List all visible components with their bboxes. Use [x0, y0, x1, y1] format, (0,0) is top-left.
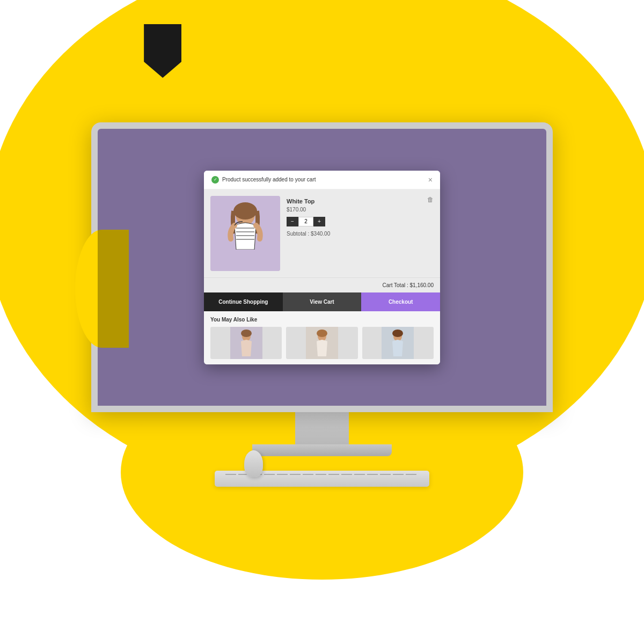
success-text: Product successfully added to your cart: [222, 177, 316, 182]
subtotal-label: Subtotal :: [287, 231, 309, 237]
product-image-svg: [210, 196, 280, 271]
qty-decrease-button[interactable]: −: [287, 217, 298, 226]
keyboard-area: [215, 463, 429, 487]
subtotal-value: $340.00: [311, 231, 330, 237]
product-price: $170.00: [287, 207, 434, 213]
monitor-wrapper: WooCommerce Cart HOME SHOP DEMOS TEMPLAT…: [91, 122, 553, 487]
also-like-image-3: [382, 327, 414, 359]
delete-icon[interactable]: 🗑: [427, 196, 434, 203]
also-like-section: You May Also Like: [204, 311, 440, 364]
qty-increase-button[interactable]: +: [313, 217, 325, 226]
svg-point-13: [392, 330, 403, 337]
mouse: [244, 450, 263, 477]
popup-overlay: ✓ Product successfully added to your car…: [98, 129, 546, 406]
popup-header: ✓ Product successfully added to your car…: [204, 171, 440, 189]
popup-close-button[interactable]: ×: [428, 176, 433, 184]
also-like-image-1: [230, 327, 262, 359]
continue-shopping-button[interactable]: Continue Shopping: [204, 292, 283, 311]
success-icon: ✓: [211, 176, 219, 184]
success-message: ✓ Product successfully added to your car…: [211, 176, 316, 184]
subtotal: Subtotal : $340.00: [287, 231, 434, 237]
product-name: White Top: [287, 198, 434, 204]
page-wrapper: ADDED TO CART POPUP: [0, 0, 644, 644]
product-details: 🗑 White Top $170.00 − 2 + Subtotal :: [287, 196, 434, 271]
also-like-title: You May Also Like: [210, 317, 434, 323]
also-like-image-2: [306, 327, 338, 359]
checkout-button[interactable]: Checkout: [361, 292, 440, 311]
also-like-item-3[interactable]: [362, 327, 434, 359]
svg-point-7: [241, 330, 252, 337]
product-image: [210, 196, 280, 271]
website-content: WooCommerce Cart HOME SHOP DEMOS TEMPLAT…: [98, 129, 546, 406]
cart-popup: ✓ Product successfully added to your car…: [204, 171, 440, 364]
also-like-items: [210, 327, 434, 359]
also-like-item-1[interactable]: [210, 327, 282, 359]
popup-actions: Continue Shopping View Cart Checkout: [204, 292, 440, 311]
svg-point-10: [317, 330, 327, 337]
cart-total-value: $1,160.00: [410, 282, 434, 288]
qty-value: 2: [298, 217, 313, 226]
quantity-control: − 2 +: [287, 217, 434, 226]
monitor-base: [252, 444, 392, 456]
cart-total-row: Cart Total : $1,160.00: [204, 277, 440, 292]
monitor-screen: WooCommerce Cart HOME SHOP DEMOS TEMPLAT…: [91, 122, 553, 412]
also-like-item-2[interactable]: [286, 327, 357, 359]
monitor-neck: [295, 412, 349, 444]
view-cart-button[interactable]: View Cart: [283, 292, 362, 311]
svg-point-4: [233, 202, 257, 219]
cart-total-label: Cart Total :: [383, 282, 408, 288]
product-row: 🗑 White Top $170.00 − 2 + Subtotal :: [204, 189, 440, 277]
